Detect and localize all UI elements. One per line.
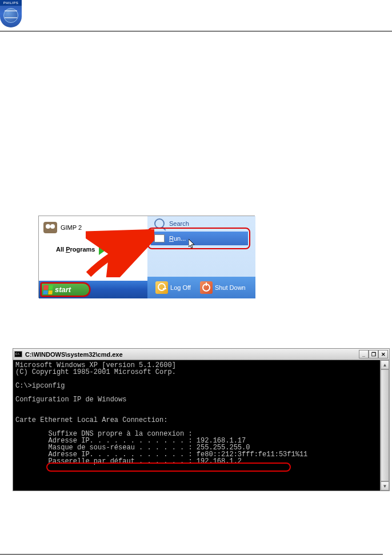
gateway-highlight-annotation <box>46 463 291 472</box>
cmd-titlebar[interactable]: C:\WINDOWS\system32\cmd.exe _ ❐ ✕ <box>13 349 389 360</box>
close-button[interactable]: ✕ <box>378 350 388 358</box>
scroll-thumb[interactable] <box>381 369 389 481</box>
cursor-icon <box>189 239 195 249</box>
minimize-button[interactable]: _ <box>359 350 369 358</box>
start-menu-left-panel: GIMP 2 All Programs start <box>39 216 147 298</box>
windows-logo-icon <box>43 285 53 294</box>
footer-divider <box>0 554 383 555</box>
document-header: PHILIPS <box>0 0 392 31</box>
all-programs-arrow-icon <box>99 244 107 255</box>
scroll-up-button[interactable]: ▲ <box>381 360 389 369</box>
start-menu-gimp-item[interactable]: GIMP 2 <box>43 222 82 233</box>
all-programs-item[interactable]: All Programs <box>56 244 107 255</box>
taskbar: start <box>39 281 147 298</box>
cmd-icon <box>14 351 22 357</box>
run-item[interactable]: Run... <box>151 232 248 245</box>
shutdown-icon <box>200 281 213 294</box>
philips-logo: PHILIPS <box>0 0 22 27</box>
logoff-icon <box>155 281 168 294</box>
maximize-button[interactable]: ❐ <box>369 350 378 358</box>
cmd-window: C:\WINDOWS\system32\cmd.exe _ ❐ ✕ Micros… <box>13 348 390 491</box>
cmd-title-text: C:\WINDOWS\system32\cmd.exe <box>25 351 359 358</box>
logo-brand-text: PHILIPS <box>0 0 22 6</box>
start-menu-bottom-bar: Log Off Shut Down <box>147 277 255 298</box>
logoff-item[interactable]: Log Off <box>170 284 191 291</box>
shutdown-item[interactable]: Shut Down <box>215 284 246 291</box>
run-icon <box>154 234 165 242</box>
gimp-icon <box>43 222 57 233</box>
start-menu-right-panel: Search Run... Log Off Shut Down <box>147 216 255 298</box>
gimp-label: GIMP 2 <box>61 224 82 231</box>
start-menu-screenshot: GIMP 2 All Programs start Search <box>38 216 255 298</box>
cmd-scrollbar[interactable]: ▲ ▼ <box>380 360 389 491</box>
start-button[interactable]: start <box>41 282 90 297</box>
scroll-down-button[interactable]: ▼ <box>381 481 389 491</box>
start-button-label: start <box>55 285 71 294</box>
cmd-body: Microsoft Windows XP [version 5.1.2600] … <box>13 360 389 491</box>
